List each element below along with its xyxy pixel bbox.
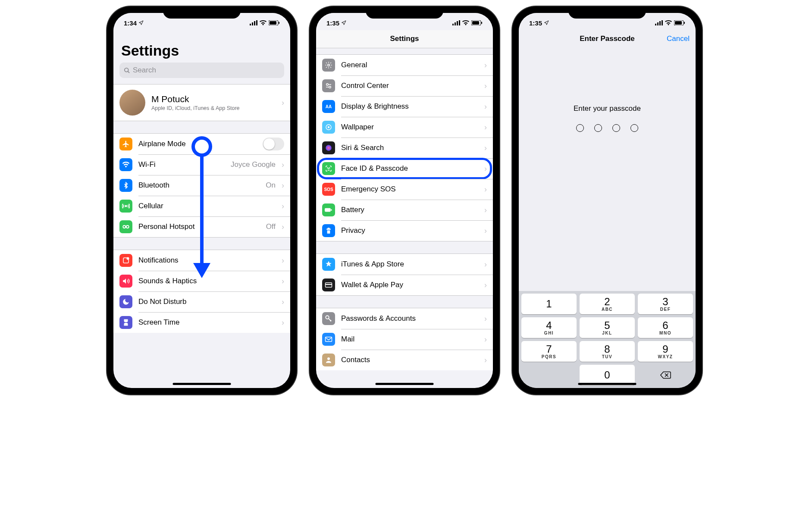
chevron-right-icon: ›: [484, 226, 487, 235]
nav-title: Enter Passcode: [580, 34, 635, 43]
sounds-icon: [119, 275, 132, 288]
key-letters: MNO: [659, 331, 671, 335]
settings-row-passwords-accounts[interactable]: Passwords & Accounts›: [316, 308, 493, 329]
passcode-dot: [576, 124, 584, 132]
row-label: Wi-Fi: [138, 160, 225, 169]
svg-point-11: [126, 225, 129, 228]
svg-point-24: [328, 64, 330, 66]
hotspot-icon: [119, 220, 132, 233]
location-icon: [341, 20, 346, 25]
key-number: 2: [604, 297, 610, 307]
chevron-right-icon: ›: [484, 144, 487, 153]
settings-row-do-not-disturb[interactable]: Do Not Disturb›: [113, 291, 290, 312]
status-time: 1:35: [326, 19, 339, 27]
settings-row-display-brightness[interactable]: AADisplay & Brightness›: [316, 96, 493, 117]
settings-row-screen-time[interactable]: Screen Time›: [113, 312, 290, 333]
svg-point-31: [326, 145, 332, 151]
settings-row-mail[interactable]: Mail›: [316, 329, 493, 350]
location-icon: [544, 20, 549, 25]
keypad-key-9[interactable]: 9WXYZ: [638, 341, 693, 362]
settings-row-control-center[interactable]: Control Center›: [316, 75, 493, 96]
key-letters: WXYZ: [658, 354, 673, 359]
keypad-key-4[interactable]: 4GHI: [521, 317, 577, 338]
location-icon: [138, 20, 144, 25]
settings-row-contacts[interactable]: Contacts›: [316, 350, 493, 370]
keypad-key-3[interactable]: 3DEF: [638, 294, 693, 314]
settings-row-emergency-sos[interactable]: SOSEmergency SOS›: [316, 179, 493, 200]
settings-row-battery[interactable]: Battery›: [316, 200, 493, 220]
settings-row-face-id-passcode[interactable]: Face ID & Passcode›: [316, 158, 493, 179]
svg-rect-39: [326, 337, 332, 342]
keypad-key-0[interactable]: 0: [580, 365, 635, 385]
keypad-key-7[interactable]: 7PQRS: [521, 341, 577, 362]
passcode-dot: [594, 124, 602, 132]
search-placeholder: Search: [133, 66, 156, 75]
svg-rect-19: [457, 21, 458, 25]
keypad-key-6[interactable]: 6MNO: [638, 317, 693, 338]
screen-1: 1:34 Settings Search M Potuck: [113, 13, 290, 388]
wifi-icon: [119, 158, 132, 171]
key-number: 1: [546, 299, 552, 309]
appstore-icon: [322, 258, 335, 271]
nav-bar: Settings: [316, 30, 493, 48]
profile-row[interactable]: M Potuck Apple ID, iCloud, iTunes & App …: [113, 84, 290, 121]
mail-icon: [322, 333, 335, 346]
passwords-icon: [322, 312, 335, 325]
settings-list[interactable]: M Potuck Apple ID, iCloud, iTunes & App …: [113, 84, 290, 388]
row-detail: Off: [266, 222, 276, 231]
key-number: 7: [546, 344, 552, 354]
keypad-key-1[interactable]: 1: [521, 294, 577, 314]
screentime-icon: [119, 316, 132, 329]
settings-row-airplane-mode[interactable]: Airplane Mode: [113, 134, 290, 154]
keypad-key-2[interactable]: 2ABC: [580, 294, 635, 314]
toggle-switch[interactable]: [263, 138, 284, 150]
status-time: 1:35: [529, 19, 542, 27]
svg-rect-18: [455, 22, 456, 25]
keypad-blank: [521, 365, 577, 385]
settings-row-personal-hotspot[interactable]: Personal HotspotOff›: [113, 216, 290, 237]
svg-rect-5: [270, 21, 276, 25]
backspace-key[interactable]: [638, 365, 693, 385]
settings-row-notifications[interactable]: Notifications›: [113, 250, 290, 271]
key-letters: DEF: [660, 307, 671, 312]
svg-rect-17: [452, 24, 454, 25]
key-number: 8: [604, 344, 610, 354]
settings-row-cellular[interactable]: Cellular›: [113, 196, 290, 216]
settings-row-general[interactable]: General›: [316, 55, 493, 75]
row-label: Sounds & Haptics: [138, 277, 276, 285]
wifi-status-icon: [665, 20, 672, 25]
backspace-icon: [660, 371, 671, 379]
search-input[interactable]: Search: [119, 63, 284, 78]
profile-subtitle: Apple ID, iCloud, iTunes & App Store: [151, 105, 276, 111]
settings-row-siri-search[interactable]: Siri & Search›: [316, 138, 493, 158]
svg-rect-42: [657, 22, 658, 25]
settings-list[interactable]: General›Control Center›AADisplay & Brigh…: [316, 48, 493, 388]
svg-point-30: [328, 126, 330, 128]
svg-point-40: [327, 357, 330, 360]
settings-row-bluetooth[interactable]: BluetoothOn›: [113, 175, 290, 196]
home-indicator[interactable]: [376, 383, 434, 385]
chevron-right-icon: ›: [484, 185, 487, 194]
chevron-right-icon: ›: [484, 314, 487, 323]
numeric-keypad: 12ABC3DEF4GHI5JKL6MNO7PQRS8TUV9WXYZ0: [519, 291, 696, 388]
keypad-key-8[interactable]: 8TUV: [580, 341, 635, 362]
phone-frame-3: 1:35 Enter Passcode Cancel Enter your pa…: [512, 6, 702, 394]
wallet-icon: [322, 279, 335, 291]
cancel-button[interactable]: Cancel: [667, 34, 690, 43]
settings-row-wallet-apple-pay[interactable]: Wallet & Apple Pay›: [316, 275, 493, 295]
settings-row-privacy[interactable]: Privacy›: [316, 220, 493, 241]
settings-row-wi-fi[interactable]: Wi-FiJoyce Google›: [113, 154, 290, 175]
settings-row-sounds-haptics[interactable]: Sounds & Haptics›: [113, 271, 290, 291]
key-letters: ABC: [602, 307, 613, 312]
keypad-key-5[interactable]: 5JKL: [580, 317, 635, 338]
settings-row-itunes-app-store[interactable]: iTunes & App Store›: [316, 254, 493, 275]
bluetooth-icon: [119, 179, 132, 192]
home-indicator[interactable]: [578, 383, 637, 385]
passcode-dots: [576, 124, 638, 132]
passcode-dot: [612, 124, 620, 132]
home-indicator[interactable]: [173, 383, 231, 385]
chevron-right-icon: ›: [484, 206, 487, 215]
battery-status-icon: [269, 20, 280, 25]
svg-rect-41: [655, 24, 656, 25]
settings-row-wallpaper[interactable]: Wallpaper›: [316, 117, 493, 138]
